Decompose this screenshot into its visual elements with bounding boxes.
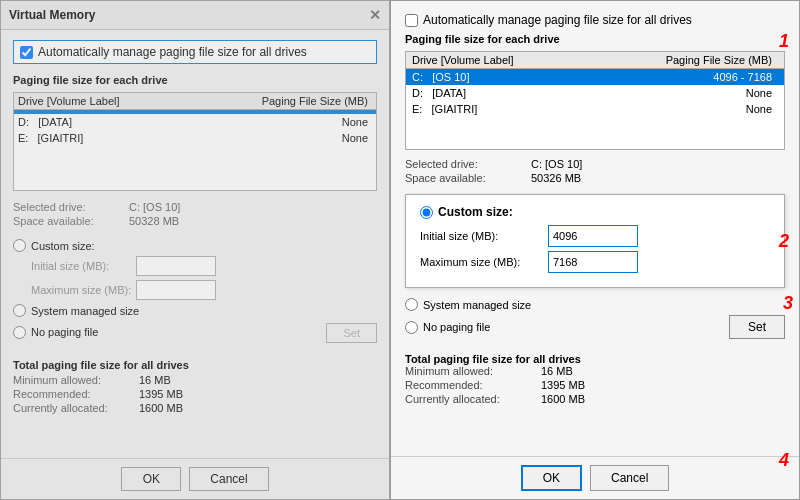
ok-button-left[interactable]: OK <box>121 467 181 491</box>
table-row[interactable]: D: [DATA] None <box>406 85 784 101</box>
max-size-input-left[interactable] <box>136 280 216 300</box>
total-section-right: Total paging file size for all drives Mi… <box>405 349 785 407</box>
no-paging-radio-row[interactable]: No paging file Set <box>13 321 377 343</box>
table-row[interactable]: C: [OS 10] 4096 - 7168 <box>406 69 784 85</box>
left-panel: Virtual Memory ✕ Automatically manage pa… <box>0 0 390 500</box>
system-managed-radio-right[interactable] <box>405 298 418 311</box>
drives-table-right: Drive [Volume Label] Paging File Size (M… <box>405 51 785 150</box>
max-size-row-left: Maximum size (MB): <box>31 280 377 300</box>
custom-size-radio-row[interactable]: Custom size: <box>13 239 377 252</box>
drives-table-body-right: C: [OS 10] 4096 - 7168 D: [DATA] None E:… <box>406 69 784 149</box>
custom-size-radio-right[interactable] <box>420 206 433 219</box>
auto-manage-checkbox-row-right[interactable]: Automatically manage paging file size fo… <box>405 13 785 27</box>
auto-manage-label-right: Automatically manage paging file size fo… <box>423 13 692 27</box>
system-managed-radio[interactable] <box>13 304 26 317</box>
auto-manage-label: Automatically manage paging file size fo… <box>38 45 307 59</box>
auto-manage-checkbox-right[interactable] <box>405 14 418 27</box>
custom-size-radio-row-right[interactable]: Custom size: <box>420 205 770 219</box>
custom-size-popup: 2 Custom size: Initial size (MB): Maximu… <box>405 194 785 288</box>
no-paging-radio[interactable] <box>13 326 26 339</box>
set-button-left[interactable]: Set <box>326 323 377 343</box>
table-header-right: Drive [Volume Label] Paging File Size (M… <box>406 52 784 69</box>
selected-drive-info-left: Selected drive: C: [OS 10] Space availab… <box>13 201 377 229</box>
initial-size-input-right[interactable] <box>548 225 638 247</box>
close-icon[interactable]: ✕ <box>369 7 381 23</box>
col-drive-header-right: Drive [Volume Label] <box>412 54 612 66</box>
initial-size-input-left[interactable] <box>136 256 216 276</box>
initial-size-row-left: Initial size (MB): <box>31 256 377 276</box>
radio-section-right: System managed size No paging file 3 Set <box>405 298 785 339</box>
cancel-button-right[interactable]: Cancel <box>590 465 669 491</box>
paging-section-label: Paging file size for each drive <box>13 74 377 86</box>
table-row[interactable]: E: [GIAITRI] None <box>406 101 784 117</box>
window-title: Virtual Memory <box>9 8 95 22</box>
table-header-left: Drive [Volume Label] Paging File Size (M… <box>14 93 376 110</box>
bottom-buttons-left: OK Cancel <box>1 458 389 499</box>
selected-drive-info-right: Selected drive: C: [OS 10] Space availab… <box>405 158 785 186</box>
annotation-4: 4 <box>779 450 789 471</box>
drives-table-left: Drive [Volume Label] Paging File Size (M… <box>13 92 377 191</box>
annotation-3: 3 <box>783 293 793 314</box>
right-panel: 1 Automatically manage paging file size … <box>390 0 800 500</box>
total-section-left: Total paging file size for all drives Mi… <box>13 355 377 416</box>
left-content: Automatically manage paging file size fo… <box>1 30 389 458</box>
max-size-input-right[interactable] <box>548 251 638 273</box>
table-row[interactable]: E: [GIAITRI] None <box>14 130 376 146</box>
paging-section-label-right: Paging file size for each drive <box>405 33 785 45</box>
annotation-1: 1 <box>779 31 789 52</box>
cancel-button-left[interactable]: Cancel <box>189 467 268 491</box>
no-paging-radio-right[interactable] <box>405 321 418 334</box>
system-managed-radio-row-right[interactable]: System managed size <box>405 298 785 311</box>
table-row[interactable]: D: [DATA] None <box>14 114 376 130</box>
custom-size-radio[interactable] <box>13 239 26 252</box>
col-paging-header: Paging File Size (MB) <box>178 95 372 107</box>
ok-button-right[interactable]: OK <box>521 465 582 491</box>
annotation-2: 2 <box>779 231 789 252</box>
max-size-row-right: Maximum size (MB): <box>420 251 770 273</box>
auto-manage-checkbox-row[interactable]: Automatically manage paging file size fo… <box>13 40 377 64</box>
drives-table-body-left: D: [DATA] None E: [GIAITRI] None <box>14 110 376 190</box>
bottom-buttons-right: 4 OK Cancel <box>391 456 799 499</box>
no-paging-radio-row-right[interactable]: No paging file <box>405 321 490 334</box>
radio-section-left: Custom size: Initial size (MB): Maximum … <box>13 239 377 343</box>
auto-manage-checkbox[interactable] <box>20 46 33 59</box>
right-content: Automatically manage paging file size fo… <box>391 1 799 456</box>
system-managed-radio-row[interactable]: System managed size <box>13 304 377 317</box>
col-paging-header-right: Paging File Size (MB) <box>612 54 778 66</box>
col-drive-header: Drive [Volume Label] <box>18 95 178 107</box>
title-bar: Virtual Memory ✕ <box>1 1 389 30</box>
initial-size-row-right: Initial size (MB): <box>420 225 770 247</box>
set-button-right[interactable]: Set <box>729 315 785 339</box>
